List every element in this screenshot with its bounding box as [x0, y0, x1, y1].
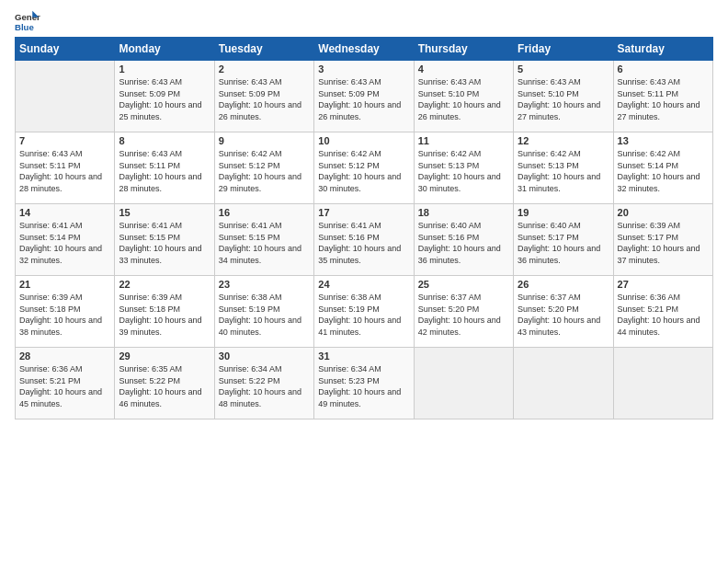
calendar-cell: 23Sunrise: 6:38 AMSunset: 5:19 PMDayligh…	[214, 276, 313, 348]
cell-info: Sunrise: 6:41 AMSunset: 5:15 PMDaylight:…	[119, 220, 210, 266]
day-number: 21	[19, 279, 110, 290]
day-number: 31	[318, 350, 409, 362]
cell-info: Sunrise: 6:43 AMSunset: 5:11 PMDaylight:…	[19, 148, 110, 194]
cell-info: Sunrise: 6:43 AMSunset: 5:11 PMDaylight:…	[618, 76, 709, 122]
calendar-cell	[16, 61, 115, 132]
cell-info: Sunrise: 6:43 AMSunset: 5:09 PMDaylight:…	[318, 76, 409, 122]
calendar-cell: 31Sunrise: 6:34 AMSunset: 5:23 PMDayligh…	[314, 348, 414, 419]
calendar-week-row: 14Sunrise: 6:41 AMSunset: 5:14 PMDayligh…	[16, 204, 713, 276]
cell-info: Sunrise: 6:34 AMSunset: 5:23 PMDaylight:…	[318, 363, 409, 409]
calendar-cell: 20Sunrise: 6:39 AMSunset: 5:17 PMDayligh…	[613, 204, 712, 276]
calendar-cell: 6Sunrise: 6:43 AMSunset: 5:11 PMDaylight…	[613, 61, 712, 132]
day-number: 22	[119, 279, 210, 290]
calendar-cell: 17Sunrise: 6:41 AMSunset: 5:16 PMDayligh…	[314, 204, 414, 276]
cell-info: Sunrise: 6:36 AMSunset: 5:21 PMDaylight:…	[618, 292, 709, 338]
calendar-cell	[514, 348, 613, 419]
cell-info: Sunrise: 6:41 AMSunset: 5:14 PMDaylight:…	[19, 220, 110, 266]
calendar-cell: 9Sunrise: 6:42 AMSunset: 5:12 PMDaylight…	[214, 132, 313, 204]
cell-info: Sunrise: 6:39 AMSunset: 5:18 PMDaylight:…	[119, 292, 210, 338]
calendar-cell: 4Sunrise: 6:43 AMSunset: 5:10 PMDaylight…	[414, 61, 513, 132]
calendar-cell	[613, 348, 712, 419]
cell-info: Sunrise: 6:35 AMSunset: 5:22 PMDaylight:…	[119, 363, 210, 409]
calendar-week-row: 7Sunrise: 6:43 AMSunset: 5:11 PMDaylight…	[16, 132, 713, 204]
header: General Blue	[15, 9, 713, 35]
day-number: 6	[618, 63, 709, 75]
calendar-cell: 24Sunrise: 6:38 AMSunset: 5:19 PMDayligh…	[314, 276, 414, 348]
cell-info: Sunrise: 6:41 AMSunset: 5:15 PMDaylight:…	[219, 220, 310, 266]
cell-info: Sunrise: 6:37 AMSunset: 5:20 PMDaylight:…	[518, 292, 609, 338]
calendar-cell: 19Sunrise: 6:40 AMSunset: 5:17 PMDayligh…	[514, 204, 613, 276]
day-number: 30	[219, 350, 310, 362]
day-number: 8	[119, 135, 210, 146]
calendar-cell: 1Sunrise: 6:43 AMSunset: 5:09 PMDaylight…	[115, 61, 214, 132]
calendar-cell: 21Sunrise: 6:39 AMSunset: 5:18 PMDayligh…	[16, 276, 115, 348]
day-number: 3	[318, 63, 409, 75]
cell-info: Sunrise: 6:42 AMSunset: 5:12 PMDaylight:…	[219, 148, 310, 194]
header-cell-monday: Monday	[115, 38, 214, 61]
day-number: 18	[418, 207, 509, 218]
cell-info: Sunrise: 6:42 AMSunset: 5:13 PMDaylight:…	[418, 148, 509, 194]
calendar-cell: 22Sunrise: 6:39 AMSunset: 5:18 PMDayligh…	[115, 276, 214, 348]
day-number: 20	[618, 207, 709, 218]
day-number: 26	[518, 279, 609, 290]
day-number: 1	[119, 63, 210, 75]
day-number: 9	[219, 135, 310, 146]
calendar-cell: 26Sunrise: 6:37 AMSunset: 5:20 PMDayligh…	[514, 276, 613, 348]
cell-info: Sunrise: 6:42 AMSunset: 5:13 PMDaylight:…	[518, 148, 609, 194]
day-number: 5	[518, 63, 609, 75]
day-number: 24	[318, 279, 409, 290]
day-number: 7	[19, 135, 110, 146]
day-number: 23	[219, 279, 310, 290]
day-number: 11	[418, 135, 509, 146]
header-cell-saturday: Saturday	[613, 38, 712, 61]
calendar-cell: 30Sunrise: 6:34 AMSunset: 5:22 PMDayligh…	[214, 348, 313, 419]
calendar-cell: 27Sunrise: 6:36 AMSunset: 5:21 PMDayligh…	[613, 276, 712, 348]
day-number: 28	[19, 350, 110, 362]
calendar-cell: 12Sunrise: 6:42 AMSunset: 5:13 PMDayligh…	[514, 132, 613, 204]
calendar-week-row: 1Sunrise: 6:43 AMSunset: 5:09 PMDaylight…	[16, 61, 713, 132]
day-number: 25	[418, 279, 509, 290]
day-number: 19	[518, 207, 609, 218]
page-container: General Blue SundayMondayTuesdayWednesda…	[0, 0, 728, 429]
calendar-cell: 11Sunrise: 6:42 AMSunset: 5:13 PMDayligh…	[414, 132, 513, 204]
day-number: 13	[618, 135, 709, 146]
cell-info: Sunrise: 6:34 AMSunset: 5:22 PMDaylight:…	[219, 363, 310, 409]
calendar-table: SundayMondayTuesdayWednesdayThursdayFrid…	[15, 37, 713, 419]
cell-info: Sunrise: 6:38 AMSunset: 5:19 PMDaylight:…	[219, 292, 310, 338]
cell-info: Sunrise: 6:38 AMSunset: 5:19 PMDaylight:…	[318, 292, 409, 338]
cell-info: Sunrise: 6:43 AMSunset: 5:09 PMDaylight:…	[219, 76, 310, 122]
calendar-week-row: 28Sunrise: 6:36 AMSunset: 5:21 PMDayligh…	[16, 348, 713, 419]
header-cell-tuesday: Tuesday	[214, 38, 313, 61]
calendar-cell: 16Sunrise: 6:41 AMSunset: 5:15 PMDayligh…	[214, 204, 313, 276]
cell-info: Sunrise: 6:42 AMSunset: 5:12 PMDaylight:…	[318, 148, 409, 194]
day-number: 4	[418, 63, 509, 75]
calendar-cell: 7Sunrise: 6:43 AMSunset: 5:11 PMDaylight…	[16, 132, 115, 204]
calendar-header-row: SundayMondayTuesdayWednesdayThursdayFrid…	[16, 38, 713, 61]
cell-info: Sunrise: 6:43 AMSunset: 5:10 PMDaylight:…	[418, 76, 509, 122]
cell-info: Sunrise: 6:43 AMSunset: 5:10 PMDaylight:…	[518, 76, 609, 122]
calendar-cell: 3Sunrise: 6:43 AMSunset: 5:09 PMDaylight…	[314, 61, 414, 132]
header-cell-sunday: Sunday	[16, 38, 115, 61]
day-number: 10	[318, 135, 409, 146]
calendar-cell: 15Sunrise: 6:41 AMSunset: 5:15 PMDayligh…	[115, 204, 214, 276]
calendar-week-row: 21Sunrise: 6:39 AMSunset: 5:18 PMDayligh…	[16, 276, 713, 348]
day-number: 27	[618, 279, 709, 290]
cell-info: Sunrise: 6:37 AMSunset: 5:20 PMDaylight:…	[418, 292, 509, 338]
calendar-cell: 10Sunrise: 6:42 AMSunset: 5:12 PMDayligh…	[314, 132, 414, 204]
day-number: 29	[119, 350, 210, 362]
calendar-cell: 8Sunrise: 6:43 AMSunset: 5:11 PMDaylight…	[115, 132, 214, 204]
day-number: 17	[318, 207, 409, 218]
cell-info: Sunrise: 6:42 AMSunset: 5:14 PMDaylight:…	[618, 148, 709, 194]
calendar-cell: 5Sunrise: 6:43 AMSunset: 5:10 PMDaylight…	[514, 61, 613, 132]
logo: General Blue	[15, 9, 40, 35]
cell-info: Sunrise: 6:41 AMSunset: 5:16 PMDaylight:…	[318, 220, 409, 266]
day-number: 16	[219, 207, 310, 218]
calendar-cell: 28Sunrise: 6:36 AMSunset: 5:21 PMDayligh…	[16, 348, 115, 419]
svg-text:Blue: Blue	[15, 22, 34, 32]
cell-info: Sunrise: 6:40 AMSunset: 5:16 PMDaylight:…	[418, 220, 509, 266]
cell-info: Sunrise: 6:40 AMSunset: 5:17 PMDaylight:…	[518, 220, 609, 266]
header-cell-friday: Friday	[514, 38, 613, 61]
day-number: 2	[219, 63, 310, 75]
header-cell-thursday: Thursday	[414, 38, 513, 61]
calendar-cell: 25Sunrise: 6:37 AMSunset: 5:20 PMDayligh…	[414, 276, 513, 348]
